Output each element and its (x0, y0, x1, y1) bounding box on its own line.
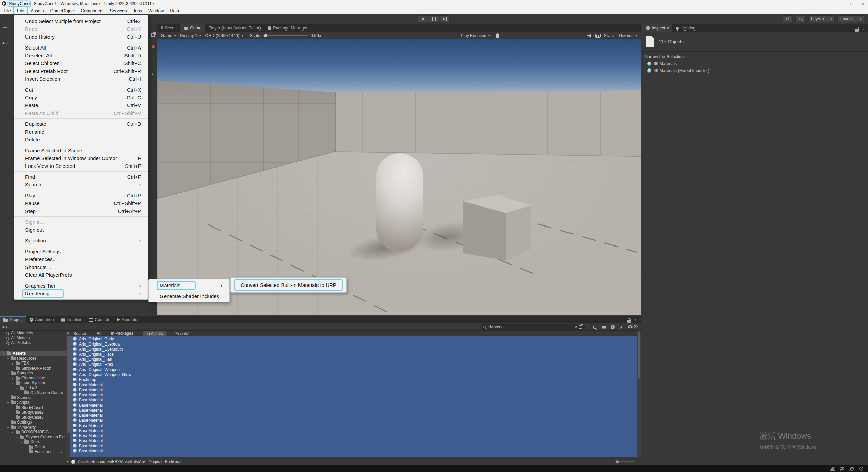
foldout-arrow-icon[interactable] (11, 361, 14, 366)
folder-tree-item[interactable]: Input System (0, 380, 66, 386)
menu-bar-item[interactable]: Jobs (130, 7, 145, 14)
progress-complete-icon[interactable]: ✓ (859, 466, 864, 471)
scope-option[interactable]: In Assets (143, 331, 167, 336)
menu-item[interactable]: Rename (14, 128, 148, 136)
debug-icon[interactable] (496, 34, 499, 38)
material-list-item[interactable]: Aris_Original_Hair (70, 357, 637, 362)
panel-tab[interactable]: Project (0, 316, 26, 323)
slider-knob[interactable] (616, 460, 619, 463)
search-by-label-button[interactable] (599, 323, 608, 330)
menu-item[interactable]: Project Settings... (14, 248, 148, 255)
menu-item[interactable] (14, 190, 148, 190)
menu-item[interactable]: Deselect AllShift+D (14, 52, 148, 59)
foldout-arrow-icon[interactable] (6, 425, 10, 430)
scrollbar-thumb[interactable] (67, 336, 70, 433)
menu-bar-item[interactable]: Component (78, 7, 107, 14)
frame-debugger-icon[interactable] (595, 34, 601, 38)
play-button[interactable] (418, 15, 428, 22)
foldout-arrow-icon[interactable] (20, 439, 23, 444)
layout-dropdown[interactable]: Layout▾ (837, 15, 864, 22)
folder-tree-item[interactable]: SimpleURPToon (0, 366, 66, 371)
material-list-item[interactable]: BaseMaterial (70, 448, 637, 453)
menu-item[interactable]: Preferences... (14, 255, 148, 263)
menu-item[interactable]: Frame Selected in Scene (14, 146, 148, 154)
menu-item[interactable] (14, 246, 148, 246)
menu-item[interactable]: DuplicateCtrl+D (14, 120, 148, 128)
game-view-mode-dropdown[interactable]: Game▾ (159, 33, 178, 39)
menu-item[interactable]: Invert SelectionCtrl+I (14, 75, 148, 83)
scope-option[interactable]: In Packages (111, 331, 133, 336)
folder-tree-item[interactable]: Cinemachine (0, 376, 66, 381)
narrow-selection-item[interactable]: 66 Materials (642, 60, 868, 67)
foldout-arrow-icon[interactable] (6, 400, 10, 405)
menu-item[interactable] (14, 171, 148, 172)
view-tab[interactable]: Scene (157, 24, 180, 32)
menu-item[interactable] (14, 216, 148, 217)
folder-tree-item[interactable]: Resources (0, 356, 66, 361)
open-search-window-icon[interactable] (579, 325, 582, 329)
foldout-arrow-icon[interactable] (11, 430, 14, 434)
menu-item[interactable]: Delete (14, 136, 148, 143)
narrow-selection-item[interactable]: 49 Materials (Model Importer) (642, 67, 868, 74)
menu-item[interactable] (149, 291, 229, 291)
material-list-item[interactable]: BaseMaterial (70, 418, 637, 423)
menu-item[interactable] (14, 84, 148, 84)
foldout-arrow-icon[interactable] (15, 435, 19, 439)
menu-item[interactable] (14, 235, 148, 235)
pause-button[interactable] (429, 15, 439, 22)
menu-item[interactable]: Shortcuts... (14, 263, 148, 271)
menu-item[interactable]: Select AllCtrl+A (14, 44, 148, 52)
minimize-button[interactable]: ─ (835, 0, 846, 7)
folder-tree-item[interactable]: BOXOPHOBIC (0, 430, 66, 435)
panel-tab[interactable]: Animation (26, 316, 57, 323)
menu-item[interactable]: StepCtrl+Alt+P (14, 207, 148, 215)
menu-item[interactable]: Materials (149, 281, 229, 289)
material-list-item[interactable]: Aris_Original_EyeMouth (70, 347, 637, 352)
material-list-item[interactable]: Aris_Original_Body (70, 336, 637, 341)
tree-scrollbar[interactable]: ▲ (66, 331, 70, 458)
menu-item[interactable]: Select Prefab RootCtrl+Shift+R (14, 67, 148, 75)
menu-item[interactable]: Graphics Tier (14, 282, 148, 290)
menu-bar-item[interactable]: Window (145, 7, 167, 14)
menu-item[interactable] (14, 280, 148, 280)
material-list-item[interactable]: BaseMaterial (70, 408, 637, 413)
search-by-type-button[interactable] (590, 323, 599, 330)
folder-tree-item[interactable]: Settings (0, 420, 66, 425)
menu-item[interactable]: FindCtrl+F (14, 173, 148, 181)
panel-tab[interactable]: Animator (114, 316, 142, 323)
menu-item[interactable] (14, 145, 148, 145)
folder-tree-item[interactable]: 1.14.2 (0, 386, 66, 391)
menu-item[interactable]: Frame Selected in Window under CursorF (14, 154, 148, 162)
hidden-packages-toggle[interactable]: 22 (628, 324, 638, 329)
menu-item[interactable]: Rendering (14, 290, 148, 297)
notifications-muted-icon[interactable] (830, 466, 835, 471)
menu-item[interactable]: Search (14, 181, 148, 189)
add-object-button[interactable]: + (2, 40, 5, 46)
folder-tree-item[interactable]: Core (0, 439, 66, 445)
foldout-arrow-icon[interactable] (11, 380, 14, 385)
menu-bar-item[interactable]: GameObject (47, 7, 78, 14)
menu-item[interactable]: Paste As ChildCtrl+Shift+V (14, 109, 148, 117)
kebab-menu-icon[interactable]: ⋮ (861, 27, 865, 32)
menu-item[interactable]: Undo Select Multiple from ProjectCtrl+Z (14, 17, 148, 25)
material-list-item[interactable]: Aris_Original_Face (70, 352, 637, 357)
material-list-item[interactable]: BaseMaterial (70, 402, 637, 408)
scope-option[interactable]: All (97, 331, 101, 336)
menu-bar-item[interactable]: File (1, 7, 14, 14)
scale-slider-knob[interactable] (264, 34, 267, 37)
menu-item[interactable]: Generate Shader Includes (149, 292, 229, 300)
folder-tree-item[interactable]: FBX (0, 361, 66, 366)
folder-tree-item[interactable]: StudyCase1 (0, 405, 66, 410)
lock-icon[interactable] (627, 320, 631, 323)
material-list-item[interactable]: BaseMaterial (70, 392, 637, 397)
clear-search-icon[interactable]: × (575, 324, 577, 329)
menu-item[interactable]: Select ChildrenShift+C (14, 59, 148, 67)
material-list-item[interactable]: Aris_Original_Weapon (70, 367, 637, 372)
panel-tab[interactable]: Lighting (672, 24, 699, 32)
menu-item[interactable] (14, 118, 148, 119)
menu-item[interactable]: CopyCtrl+C (14, 94, 148, 101)
cache-server-disconnected-icon[interactable] (840, 466, 845, 471)
folder-tree-item[interactable]: ThirdParty (0, 425, 66, 430)
kebab-menu-icon[interactable]: ⋮ (634, 318, 638, 323)
create-asset-button[interactable]: +▾ (0, 324, 7, 330)
